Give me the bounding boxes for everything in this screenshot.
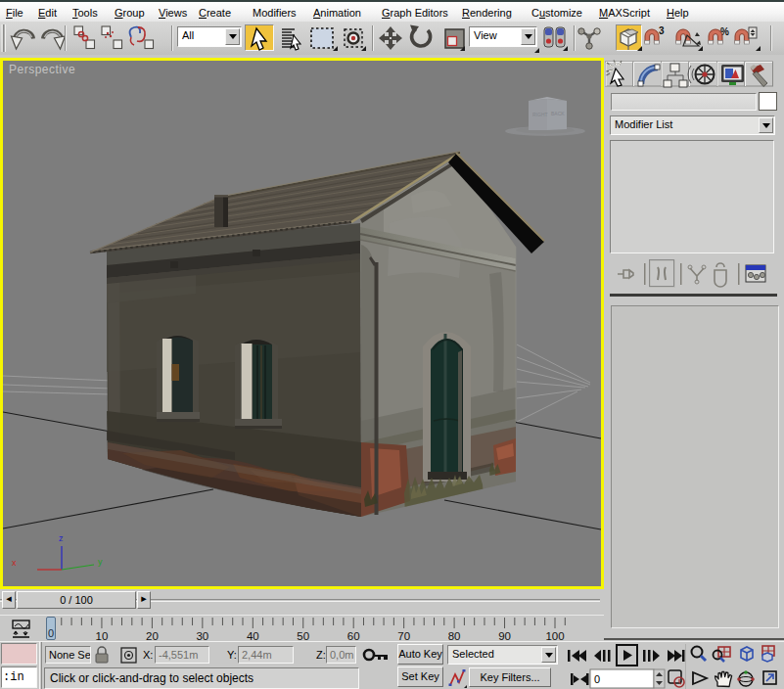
svg-text:RIGHT: RIGHT [532,112,548,117]
svg-text:BACK: BACK [551,111,565,116]
svg-text:0: 0 [594,673,600,685]
svg-text:100: 100 [545,630,564,642]
svg-text:30: 30 [196,630,208,642]
svg-text:60: 60 [347,630,360,642]
svg-text:80: 80 [448,630,461,642]
svg-text:50: 50 [297,630,309,642]
svg-text:40: 40 [247,630,259,642]
svg-text:20: 20 [146,630,159,642]
svg-text:%: % [720,26,729,37]
svg-text:90: 90 [498,630,511,642]
svg-text:10: 10 [96,630,109,642]
svg-text:x: x [12,558,17,568]
svg-text:70: 70 [397,630,410,642]
svg-text:y: y [98,557,103,567]
svg-text:3: 3 [659,25,665,36]
svg-text:z: z [59,533,64,543]
